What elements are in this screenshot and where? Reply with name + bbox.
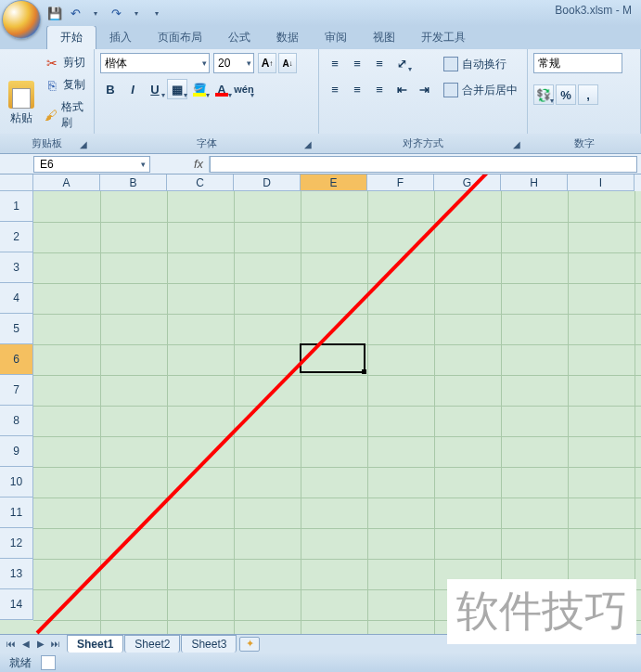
border-button[interactable]: ▦: [167, 79, 187, 99]
row-header[interactable]: 11: [0, 498, 33, 528]
row-header[interactable]: 13: [0, 559, 33, 589]
undo-dropdown-icon[interactable]: ▾: [87, 5, 104, 21]
column-header[interactable]: B: [100, 174, 167, 191]
font-name-combo[interactable]: 楷体 ▾: [100, 53, 210, 73]
column-header[interactable]: A: [33, 174, 100, 191]
chevron-down-icon: ▾: [202, 58, 207, 68]
wrap-icon: [443, 57, 458, 71]
redo-icon[interactable]: ↷: [108, 5, 124, 21]
column-header[interactable]: C: [167, 174, 234, 191]
macro-record-icon[interactable]: [41, 655, 56, 670]
copy-button[interactable]: ⎘ 复制: [43, 75, 88, 95]
row-header[interactable]: 2: [0, 222, 33, 252]
row-header[interactable]: 9: [0, 436, 33, 467]
tab-data[interactable]: 数据: [263, 26, 312, 49]
worksheet-grid[interactable]: ABCDEFGHI 1234567891011121314: [0, 174, 641, 634]
column-header[interactable]: F: [367, 174, 434, 191]
column-headers[interactable]: ABCDEFGHI: [33, 174, 641, 191]
row-header[interactable]: 12: [0, 528, 33, 559]
last-sheet-button[interactable]: ⏭: [48, 637, 63, 652]
column-header[interactable]: H: [501, 174, 568, 191]
fill-swatch: [193, 93, 206, 97]
phonetic-button[interactable]: wén: [234, 79, 254, 99]
tab-home[interactable]: 开始: [46, 25, 96, 49]
undo-icon[interactable]: ↶: [67, 5, 83, 21]
row-header[interactable]: 8: [0, 406, 33, 436]
tab-layout[interactable]: 页面布局: [145, 26, 215, 49]
underline-button[interactable]: U: [145, 79, 165, 99]
active-cell[interactable]: [300, 343, 365, 373]
row-header[interactable]: 3: [0, 252, 33, 283]
align-top-button[interactable]: ≡: [325, 53, 345, 73]
title-bar: 💾 ↶ ▾ ↷ ▾ ▾ Book3.xlsm - M: [0, 0, 641, 26]
percent-button[interactable]: %: [556, 84, 576, 105]
fill-handle[interactable]: [362, 369, 366, 374]
paste-icon: [8, 81, 34, 109]
increase-indent-button[interactable]: ⇥: [414, 79, 434, 99]
font-size-combo[interactable]: 20 ▾: [213, 53, 254, 73]
column-header[interactable]: D: [234, 174, 301, 191]
paste-label: 粘贴: [10, 110, 32, 126]
orientation-button[interactable]: ⤢: [391, 53, 412, 73]
shrink-font-button[interactable]: A↓: [278, 53, 297, 73]
new-sheet-button[interactable]: ✦: [239, 637, 260, 652]
align-middle-button[interactable]: ≡: [347, 53, 367, 73]
currency-button[interactable]: 💱: [533, 84, 554, 105]
merge-center-button[interactable]: 合并后居中: [443, 79, 518, 101]
align-right-button[interactable]: ≡: [369, 79, 390, 99]
merge-label: 合并后居中: [462, 83, 518, 98]
format-painter-button[interactable]: 🖌 格式刷: [43, 97, 88, 133]
font-color-button[interactable]: A: [212, 79, 232, 99]
row-header[interactable]: 1: [0, 191, 33, 222]
row-headers[interactable]: 1234567891011121314: [0, 191, 33, 620]
align-left-button[interactable]: ≡: [325, 79, 345, 99]
first-sheet-button[interactable]: ⏮: [4, 637, 19, 652]
fill-color-button[interactable]: 🪣: [189, 79, 210, 99]
bold-button[interactable]: B: [100, 79, 121, 99]
fx-button[interactable]: fx: [154, 156, 210, 173]
name-box[interactable]: E6: [33, 156, 150, 173]
number-format-combo[interactable]: 常规: [533, 53, 622, 73]
formula-input[interactable]: [210, 156, 637, 173]
tab-view[interactable]: 视图: [360, 26, 408, 49]
cut-button[interactable]: ✂ 剪切: [43, 53, 88, 72]
next-sheet-button[interactable]: ▶: [33, 637, 48, 652]
row-header[interactable]: 10: [0, 467, 33, 498]
column-header[interactable]: I: [568, 174, 635, 191]
office-button[interactable]: [2, 0, 41, 39]
group-clipboard: 粘贴 ✂ 剪切 ⎘ 复制 🖌 格式刷 剪贴板 ◢: [0, 49, 95, 153]
grow-font-button[interactable]: A↑: [258, 53, 276, 73]
row-header[interactable]: 4: [0, 283, 33, 314]
align-center-button[interactable]: ≡: [347, 79, 367, 99]
prev-sheet-button[interactable]: ◀: [19, 637, 33, 652]
redo-dropdown-icon[interactable]: ▾: [128, 5, 145, 21]
align-bottom-button[interactable]: ≡: [369, 53, 390, 73]
column-header[interactable]: G: [434, 174, 501, 191]
select-all-corner[interactable]: [0, 174, 33, 191]
brush-icon: 🖌: [45, 108, 58, 123]
cut-icon: ✂: [45, 56, 59, 71]
row-header[interactable]: 6: [0, 344, 33, 375]
column-header[interactable]: E: [301, 174, 367, 191]
sheet-tab-3[interactable]: Sheet3: [181, 635, 237, 653]
qat-customize-icon[interactable]: ▾: [148, 5, 165, 21]
row-header[interactable]: 14: [0, 589, 33, 620]
row-header[interactable]: 7: [0, 375, 33, 406]
tab-developer[interactable]: 开发工具: [408, 26, 479, 49]
sheet-tab-2[interactable]: Sheet2: [124, 635, 180, 653]
copy-label: 复制: [63, 77, 85, 93]
font-name-value: 楷体: [105, 56, 127, 71]
sheet-tab-1[interactable]: Sheet1: [67, 635, 123, 653]
tab-formulas[interactable]: 公式: [215, 26, 263, 49]
wrap-text-button[interactable]: 自动换行: [443, 53, 518, 75]
row-header[interactable]: 5: [0, 314, 33, 344]
save-icon[interactable]: 💾: [46, 5, 63, 21]
italic-button[interactable]: I: [122, 79, 143, 99]
decrease-indent-button[interactable]: ⇤: [391, 79, 412, 99]
tab-review[interactable]: 审阅: [312, 26, 360, 49]
group-font: 楷体 ▾ 20 ▾ A↑ A↓ B I U ▦: [95, 49, 319, 153]
tab-insert[interactable]: 插入: [96, 26, 145, 49]
cells-area[interactable]: [33, 191, 641, 634]
copy-icon: ⎘: [45, 78, 59, 93]
comma-button[interactable]: ,: [578, 84, 598, 105]
